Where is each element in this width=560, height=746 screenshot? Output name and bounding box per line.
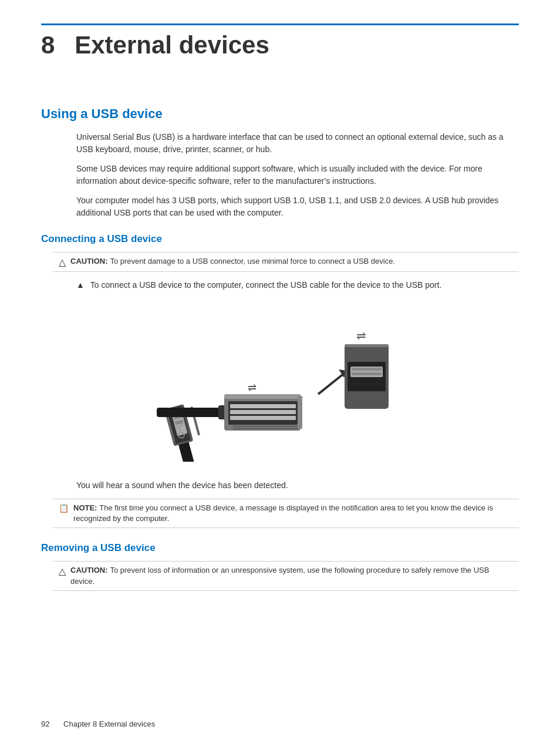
- caution-triangle-icon: △: [59, 257, 66, 268]
- usb-connector-illustration: ⇌ ⇌: [157, 309, 403, 462]
- svg-rect-16: [224, 394, 301, 399]
- sound-note-text: You will hear a sound when the device ha…: [76, 479, 519, 492]
- removing-caution-content: CAUTION: To prevent loss of information …: [70, 565, 513, 586]
- page-footer: 92 Chapter 8 External devices: [41, 720, 155, 728]
- removing-caution-label: CAUTION:: [70, 566, 108, 574]
- connecting-note-box: 📋 NOTE: The first time you connect a USB…: [53, 499, 519, 528]
- removing-caution-triangle-icon: △: [59, 566, 66, 577]
- footer-page-number: 92: [41, 720, 49, 728]
- note-content: NOTE: The first time you connect a USB d…: [73, 503, 513, 524]
- bullet-triangle-icon: ▲: [76, 280, 85, 290]
- section-using-usb-title: Using a USB device: [41, 106, 519, 122]
- caution-label: CAUTION:: [70, 257, 108, 266]
- removing-caution-box: △ CAUTION: To prevent loss of informatio…: [53, 561, 519, 590]
- note-label: NOTE:: [73, 503, 97, 512]
- note-text: The first time you connect a USB device,…: [73, 503, 493, 523]
- svg-text:⇌: ⇌: [356, 329, 366, 342]
- subsection-connecting-title: Connecting a USB device: [41, 233, 519, 245]
- svg-rect-30: [352, 368, 382, 371]
- svg-rect-20: [230, 410, 296, 414]
- chapter-title: External devices: [75, 31, 269, 59]
- caution-content: CAUTION: To prevent damage to a USB conn…: [70, 256, 395, 267]
- bullet-text: To connect a USB device to the computer,…: [90, 279, 441, 291]
- section1-para3: Your computer model has 3 USB ports, whi…: [76, 194, 519, 219]
- chapter-header: 8 External devices: [41, 23, 519, 59]
- svg-rect-17: [298, 396, 302, 429]
- caution-text: To prevent damage to a USB connector, us…: [110, 257, 395, 266]
- page: 8 External devices Using a USB device Un…: [0, 0, 560, 746]
- svg-rect-13: [157, 408, 221, 417]
- svg-rect-19: [230, 404, 296, 408]
- note-document-icon: 📋: [59, 503, 69, 513]
- connecting-bullet: ▲ To connect a USB device to the compute…: [76, 279, 519, 291]
- removing-caution-text: To prevent loss of information or an unr…: [70, 566, 489, 585]
- usb-image-container: ⇌ ⇌: [76, 303, 484, 468]
- section1-para1: Universal Serial Bus (USB) is a hardware…: [76, 131, 519, 156]
- svg-rect-21: [230, 416, 296, 420]
- subsection-removing-title: Removing a USB device: [41, 542, 519, 554]
- svg-rect-32: [345, 344, 389, 347]
- section1-para2: Some USB devices may require additional …: [76, 163, 519, 187]
- footer-chapter-ref: Chapter 8 External devices: [63, 720, 155, 728]
- connecting-caution-box: △ CAUTION: To prevent damage to a USB co…: [53, 252, 519, 272]
- svg-rect-31: [352, 372, 382, 375]
- svg-text:⇌: ⇌: [248, 382, 257, 394]
- chapter-number: 8: [41, 31, 55, 59]
